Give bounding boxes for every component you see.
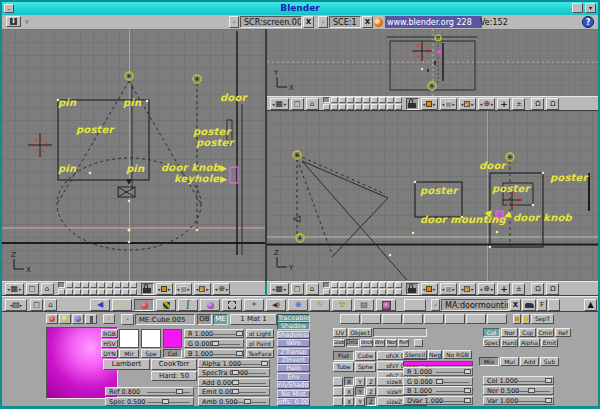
g-slider[interactable]: G 0.000 [184,339,244,348]
realtime-buttons-tab[interactable]: ✶ [244,299,264,311]
scene-name-field[interactable]: SCE:1 [329,16,361,28]
pivot-dropdown[interactable]: ◂▸ [194,283,211,295]
scene-delete-button[interactable]: X [362,16,373,28]
coord-win-button[interactable]: Win [374,339,385,347]
coord-glob-button[interactable]: Glob [333,339,345,347]
texture-slot[interactable] [403,314,423,324]
proj-cube-button[interactable]: Cube [355,351,376,361]
title-bar[interactable]: – Blender ▾ [2,2,598,16]
texture-slot[interactable] [340,314,360,324]
coord-orco-button[interactable]: Orco [346,339,359,347]
world-buttons-tab[interactable] [200,299,220,311]
autoname-button[interactable] [522,299,536,311]
pack-button[interactable]: ▲ [584,299,597,311]
spec-shader-dropdown[interactable]: CookTorr [151,359,197,370]
preview-flat-button[interactable] [46,314,58,324]
texture-slot[interactable] [445,314,465,324]
scene-browse-button[interactable]: - [318,16,328,28]
texture-slot[interactable] [424,314,444,324]
layer-buttons[interactable] [323,97,402,110]
viewport-type-button[interactable]: ◂▦▸ [270,283,289,295]
layer-buttons[interactable] [323,282,402,295]
edit-buttons-tab[interactable] [222,299,242,311]
toggle-ztransp[interactable]: ZTransp [277,348,310,356]
preview-cube-button[interactable] [72,314,84,324]
sound-buttons-tab[interactable]: ◀) [266,299,286,311]
axis-x-button[interactable]: X [344,387,354,396]
home-button[interactable]: ⌂ [306,98,319,110]
axis-blank[interactable] [333,377,343,386]
b-slider[interactable]: B 1.000 [184,349,244,358]
proj-tube-button[interactable]: Tube [333,362,354,372]
fake-user-button[interactable]: F [537,299,547,311]
axis-blank[interactable] [333,387,343,396]
coord-stick-button[interactable]: Stick [360,339,373,347]
material-index-button[interactable]: 1 Mat 1 [230,314,277,325]
axis-blank[interactable] [333,397,343,406]
hard-button[interactable]: Hard: 50 [151,371,197,381]
rotate-view-button[interactable]: Ω [531,98,544,110]
proj-sphe-button[interactable]: Sphe [355,362,376,372]
home-button[interactable]: ⌂ [41,283,54,295]
mir-select-button[interactable]: Mir [119,349,139,358]
lock-button[interactable] [406,283,419,295]
toggle-shadow[interactable]: Shadow [277,322,310,330]
axis-z-button[interactable]: Z [366,377,376,386]
fullscreen-button[interactable]: □ [30,299,43,311]
axis-z-button[interactable]: Z [366,397,376,406]
proportional-dropdown[interactable]: ◂⊕▸ [478,98,496,110]
mapto-spec-button[interactable]: Spec [483,338,500,347]
hsv-mode-button[interactable]: HSV [101,339,118,348]
toggle-onlyshadow[interactable]: OnlyShadow [277,381,310,389]
stencil-button[interactable]: Stencil [403,350,427,359]
toggle-zoffs[interactable]: Zoffs: 0.000 [277,398,310,406]
scale-button[interactable]: ± [512,283,525,295]
mapto-col-button[interactable]: Col [483,328,500,337]
texture-slot-marker[interactable] [513,314,521,324]
norgb-button[interactable]: No RGB [443,350,472,359]
proportional-dropdown[interactable]: ◂⊕▸ [213,283,231,295]
info-window-button[interactable]: i [6,16,21,27]
mesh-name-field[interactable]: ME:Cube.005 [135,314,195,325]
rgb-mode-button[interactable]: RGB [101,329,118,338]
object-button[interactable]: Object [348,328,372,337]
texture-slot[interactable] [487,314,507,324]
help-button[interactable]: ? [582,16,594,28]
lock-button[interactable] [406,98,419,110]
axis-y-button[interactable]: Y [355,377,365,386]
me-button[interactable]: ME [213,314,228,325]
blend-sub-button[interactable]: Sub [540,357,559,366]
axis-y-button[interactable]: Y [355,397,365,406]
vcol-light-button[interactable]: ol Light [246,329,274,338]
material-buttons-tab[interactable] [134,299,154,311]
scale-button[interactable]: ± [512,98,525,110]
draw-mode-dropdown[interactable]: ◂▸ [175,283,192,295]
r-slider[interactable]: R 1.000 [184,329,244,338]
spec-slider[interactable]: Spec 0.500 [105,397,194,406]
axis-x-button[interactable]: X [344,397,354,406]
texture-slot[interactable] [466,314,486,324]
material-name-field[interactable]: MA:doormounting [441,299,509,311]
viewport-bottom-right[interactable]: Z Y door poster poster poster door mount… [267,111,598,281]
dvar-slider[interactable]: DVar 1.000 [403,396,473,405]
spectra-slider[interactable]: SpecTra 0.000 [198,368,270,377]
home-button[interactable]: ⌂ [306,283,319,295]
window-close-button[interactable]: ▾ [585,3,596,13]
viewport-type-button[interactable]: ◂▦▸ [270,98,289,110]
ob-button[interactable]: OB [197,314,212,325]
proportional-dropdown[interactable]: ◂⊕▸ [478,283,496,295]
layer-buttons[interactable] [58,282,137,295]
mapto-col-slider[interactable]: Col 1.000 [483,376,554,385]
texture-slot[interactable] [382,314,402,324]
texture-slot-marker[interactable] [522,314,530,324]
menu-collapse-icon[interactable]: ▿ [25,18,29,26]
texture-color-bar[interactable] [403,361,473,366]
toggle-env[interactable]: Env [277,373,310,381]
mapto-nor-button[interactable]: Nor [501,328,518,337]
lock-button[interactable] [141,283,154,295]
amb-slider[interactable]: Amb 0.500 [198,397,270,406]
texture-slot[interactable] [361,314,381,324]
mode-dropdown[interactable]: ◂▸ [421,283,438,295]
pivot-dropdown[interactable]: ◂▸ [459,283,476,295]
blend-add-button[interactable]: Add [520,357,539,366]
